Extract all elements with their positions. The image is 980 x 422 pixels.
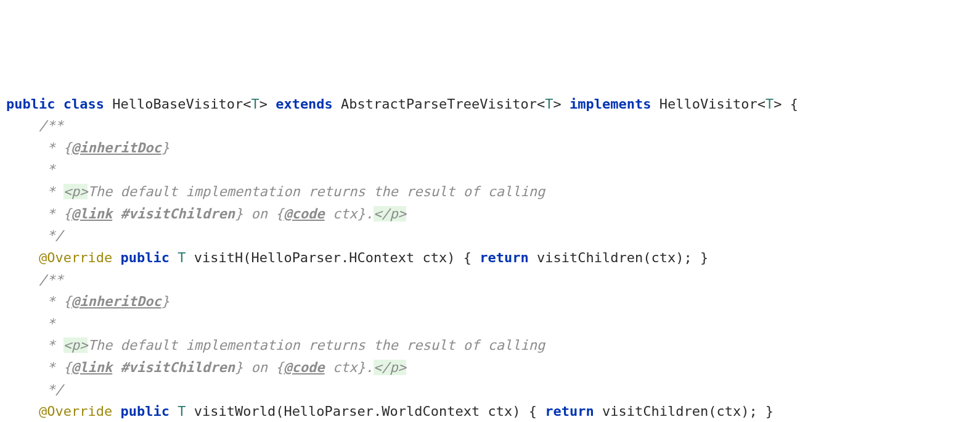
kw-public: public: [120, 403, 169, 419]
javadoc-tag-code: @code: [284, 360, 324, 375]
javadoc-line: * <p>The default implementation returns …: [6, 337, 545, 353]
angle-open: <: [757, 96, 766, 112]
javadoc-tag-inheritdoc: @inheritDoc: [71, 294, 161, 309]
javadoc-p-close: </p>: [374, 206, 406, 221]
type-param: T: [766, 96, 774, 112]
javadoc-line: */: [6, 228, 63, 243]
interface-name: HelloVisitor: [659, 96, 757, 112]
annotation-override: @Override: [39, 403, 112, 419]
kw-implements: implements: [570, 96, 651, 112]
type-param: T: [178, 250, 186, 265]
annotation-override: @Override: [39, 250, 112, 265]
javadoc-line: * {@inheritDoc}: [6, 140, 169, 155]
javadoc-link-target: #visitChildren: [120, 206, 234, 221]
javadoc-tag-inheritdoc: @inheritDoc: [71, 140, 161, 155]
kw-return: return: [480, 250, 528, 265]
javadoc-line: /**: [6, 272, 63, 288]
javadoc-line: */: [6, 382, 63, 397]
kw-extends: extends: [276, 96, 333, 112]
type-param: T: [251, 96, 259, 112]
class-name: HelloBaseVisitor: [112, 96, 243, 112]
javadoc-line: *: [6, 316, 55, 331]
method-signature: visitH(HelloParser.HContext ctx) {: [194, 250, 480, 265]
angle-open: <: [537, 96, 545, 112]
code-line: public class HelloBaseVisitor<T> extends…: [6, 96, 798, 112]
code-line: @Override public T visitWorld(HelloParse…: [6, 403, 774, 419]
code-line: @Override public T visitH(HelloParser.HC…: [6, 250, 708, 265]
javadoc-line: /**: [6, 118, 63, 133]
angle-close: >: [774, 96, 782, 112]
javadoc-link-target: #visitChildren: [120, 360, 234, 375]
javadoc-line: * {@link #visitChildren} on {@code ctx}.…: [6, 206, 406, 221]
javadoc-line: *: [6, 162, 55, 177]
method-body: visitChildren(ctx); }: [594, 403, 774, 419]
kw-class: class: [63, 96, 104, 112]
angle-close: >: [259, 96, 267, 112]
angle-open: <: [243, 96, 251, 112]
type-param: T: [178, 403, 186, 419]
kw-return: return: [545, 403, 594, 419]
javadoc-tag-code: @code: [284, 206, 324, 221]
angle-close: >: [553, 96, 561, 112]
javadoc-p-close: </p>: [374, 360, 406, 375]
javadoc-p-open: <p>: [63, 184, 88, 199]
javadoc-line: * <p>The default implementation returns …: [6, 184, 545, 199]
method-body: visitChildren(ctx); }: [529, 250, 708, 265]
superclass-name: AbstractParseTreeVisitor: [341, 96, 537, 112]
type-param: T: [545, 96, 553, 112]
method-signature: visitWorld(HelloParser.WorldContext ctx)…: [194, 403, 545, 419]
javadoc-tag-link: @link: [71, 360, 112, 375]
javadoc-line: * {@inheritDoc}: [6, 294, 169, 309]
javadoc-tag-link: @link: [71, 206, 112, 221]
javadoc-p-open: <p>: [63, 337, 88, 353]
javadoc-line: * {@link #visitChildren} on {@code ctx}.…: [6, 360, 406, 375]
kw-public: public: [6, 96, 55, 112]
code-block: public class HelloBaseVisitor<T> extends…: [6, 93, 974, 423]
brace-open: {: [782, 96, 798, 112]
kw-public: public: [120, 250, 169, 265]
